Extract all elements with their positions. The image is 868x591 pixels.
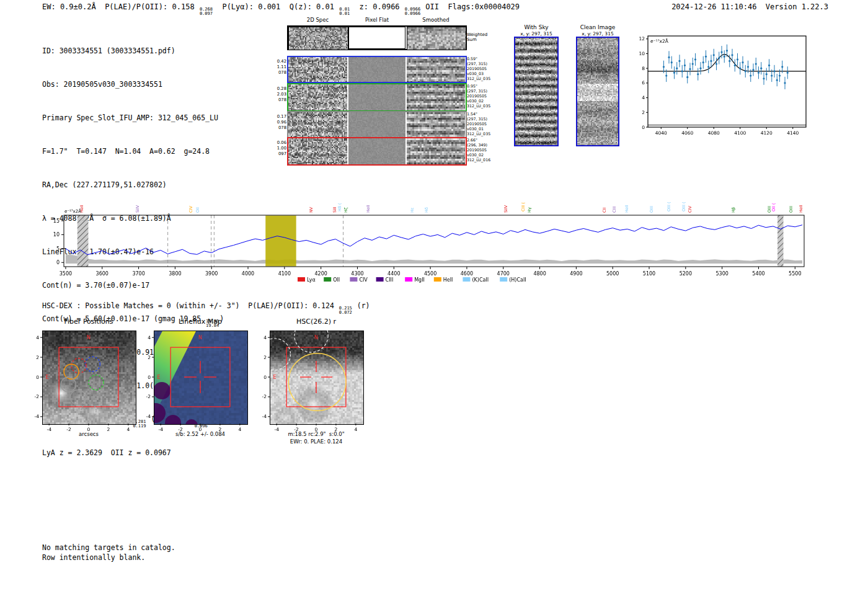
- spec2d-row2-smoothed-image: [407, 84, 465, 110]
- emission-line-label: OIII (: [666, 202, 671, 211]
- emission-line-label: NV: [309, 207, 314, 213]
- spec2d-weighted-sum-label: WeightedSum: [467, 32, 487, 42]
- svg-text:4000: 4000: [242, 271, 254, 277]
- qz-sub: 0.01: [339, 12, 350, 16]
- fiber-positions-title: Fiber Positions: [42, 318, 135, 326]
- svg-text:4100: 4100: [278, 271, 291, 277]
- svg-text:4600: 4600: [461, 271, 473, 277]
- legend-swatch: [376, 277, 384, 282]
- svg-text:5200: 5200: [680, 271, 692, 277]
- legend-swatch: [324, 277, 331, 282]
- svg-text:4080: 4080: [708, 130, 720, 136]
- svg-text:-4: -4: [262, 414, 267, 419]
- svg-text:4700: 4700: [497, 271, 510, 277]
- emission-line-label: CIII: [612, 207, 617, 213]
- svg-text:5400: 5400: [752, 271, 764, 277]
- svg-text:4300: 4300: [351, 271, 363, 277]
- emission-line-label: Hβ: [731, 207, 736, 213]
- svg-text:-2: -2: [35, 394, 40, 399]
- spec2d-row2-right-labels: 0.95"(297, 315)20190505v030_02312_LU_035: [467, 84, 490, 109]
- z-uncertainty: 0.09660.0966: [405, 7, 420, 16]
- emission-line-label: CIII (: [521, 202, 526, 211]
- info-lineflux: LineFlux = 1.70(±0.47)e-16: [42, 247, 224, 257]
- svg-text:2: 2: [642, 110, 645, 115]
- elixer-report: EW: 0.9±0.2Å P(LAE)/P(OII): 0.158 0.2680…: [0, 0, 868, 591]
- spec2d-header-pixelflat: Pixel Flat: [348, 17, 405, 23]
- fiber-xlabel: arcsecs: [36, 431, 141, 437]
- emission-line-label: HeII: [624, 205, 629, 213]
- svg-text:5300: 5300: [715, 271, 728, 277]
- hsc-r-image: [270, 331, 364, 425]
- svg-text:4040: 4040: [655, 130, 667, 136]
- svg-text:6: 6: [642, 80, 645, 86]
- legend-label: CIV: [359, 277, 368, 283]
- qz-uncertainty: 0.010.01: [339, 7, 350, 16]
- legend-swatch: [500, 277, 507, 282]
- spec2d-row2-left-labels: 0.282.03078: [272, 86, 286, 103]
- info-obs: Obs: 20190505v030_3003334551: [42, 79, 224, 89]
- legend-label: (K)CaII: [472, 277, 489, 283]
- svg-text:e⁻¹⁷x2Å: e⁻¹⁷x2Å: [650, 38, 669, 44]
- legend-swatch: [434, 277, 441, 282]
- clean-image: [576, 37, 619, 146]
- svg-text:12: 12: [639, 36, 645, 42]
- hsc-cutout-title: HSC(26.2) r: [270, 318, 363, 326]
- spec2d-row2-2dspec-image: [288, 84, 347, 110]
- spec2d-row0-pixelflat-blank: [348, 27, 405, 49]
- emission-line-label: CIV: [688, 206, 693, 213]
- detection-highlight-band: [265, 216, 296, 267]
- svg-text:0: 0: [36, 375, 39, 380]
- emission-line-label: HeII: [799, 205, 804, 213]
- emission-line-label: H8 (: [337, 203, 342, 211]
- hsc-dex-line: HSC-DEX : Possible Matches = 0 (within +…: [42, 301, 370, 314]
- spec2d-row1-pixelflat-image: [348, 57, 405, 82]
- svg-text:2: 2: [264, 355, 267, 360]
- header-plya-qz: P(Lyα): 0.001 Q(z): 0.01: [213, 2, 339, 11]
- legend-label: CIII: [386, 277, 394, 283]
- spec2d-row4-left-labels: 0.061.00097: [272, 140, 286, 157]
- header-stats: EW: 0.9±0.2Å P(LAE)/P(OII): 0.158 0.2680…: [42, 2, 520, 16]
- spec2d-row3-pixelflat-image: [348, 112, 405, 137]
- emission-line-label: Hγ: [527, 207, 532, 213]
- spec2d-row3-2dspec-image: [288, 112, 347, 137]
- spec2d-row2-pixelflat-image: [348, 84, 405, 110]
- svg-text:4060: 4060: [681, 130, 693, 136]
- svg-text:5500: 5500: [789, 271, 801, 277]
- footer-line-2: Row intentionally blank.: [42, 553, 175, 563]
- svg-text:4140: 4140: [787, 130, 799, 136]
- svg-text:4200: 4200: [314, 271, 327, 277]
- svg-text:4: 4: [36, 335, 39, 340]
- header-flags: OII Flags:0x00004029: [421, 2, 520, 11]
- spec2d-row4-smoothed-image: [407, 138, 465, 164]
- svg-text:0: 0: [642, 125, 645, 130]
- clean-image-subtitle: x, y: 297, 315: [575, 31, 621, 37]
- info-lambda-sigma: λ = 4088.12Å σ = 6.08(±1.89)Å: [42, 213, 224, 223]
- emission-line-label: SiII: [332, 207, 337, 213]
- emission-line-label: OIII (: [681, 202, 686, 211]
- zoom-plot: 024681012404040604080410041204140e⁻¹⁷x2Å: [639, 36, 806, 136]
- svg-text:-2: -2: [262, 394, 267, 399]
- hsc-xlabel-2: EWr: 0. PLAE: 0.124: [264, 438, 369, 445]
- hsc-xlabel-1: m:18.5 rc:2.9" s:0.0": [264, 431, 369, 437]
- spec2d-row4-2dspec-image: [288, 138, 347, 164]
- plae-uncertainty: 0.2680.097: [200, 7, 213, 16]
- svg-text:2: 2: [36, 355, 39, 360]
- info-seeing: F=1.7" T=0.147 N=1.04 A=0.62 g=24.8: [42, 146, 224, 156]
- clean-image-title: Clean Image: [575, 24, 621, 30]
- spec2d-row0-2dspec-image: [288, 27, 348, 50]
- legend-swatch: [463, 277, 470, 282]
- header-z: z: 0.0966: [350, 2, 404, 11]
- legend-label: OII: [333, 277, 340, 283]
- svg-text:10: 10: [639, 51, 645, 56]
- svg-text:4800: 4800: [533, 271, 546, 277]
- svg-text:5000: 5000: [606, 271, 619, 277]
- withsky-title: With Sky: [514, 24, 559, 30]
- fiber-positions-image: [42, 331, 136, 425]
- svg-text:0: 0: [264, 375, 267, 380]
- withsky-image: [514, 37, 559, 146]
- emission-line-label: Hζ: [343, 207, 348, 213]
- spec2d-row4-right-labels: 2.66"(296, 349)20190505v030_02312_LU_016: [467, 138, 490, 162]
- footer-notes: No matching targets in catalog.Row inten…: [42, 543, 175, 562]
- spec2d-row1-2dspec-image: [288, 57, 347, 82]
- emission-line-label: SiIV: [503, 205, 508, 213]
